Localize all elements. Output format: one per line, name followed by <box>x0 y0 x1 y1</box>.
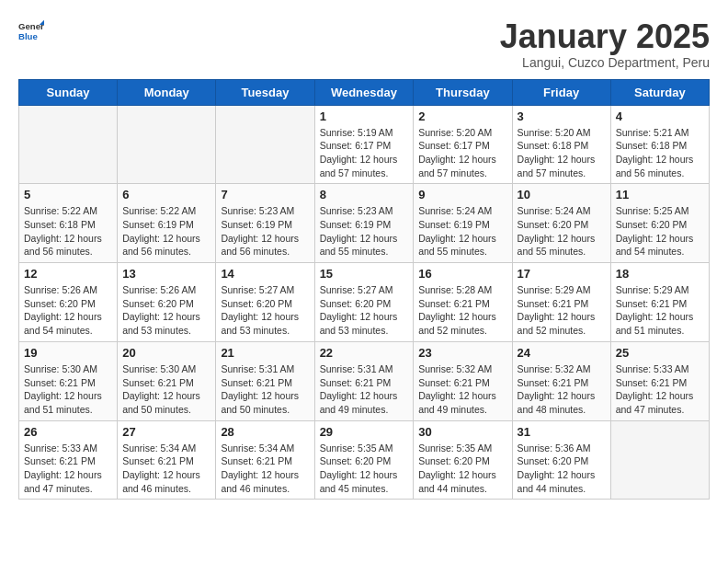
calendar-cell: 2Sunrise: 5:20 AM Sunset: 6:17 PM Daylig… <box>414 105 512 184</box>
day-info: Sunrise: 5:33 AM Sunset: 6:21 PM Dayligh… <box>24 442 112 496</box>
calendar-cell: 18Sunrise: 5:29 AM Sunset: 6:21 PM Dayli… <box>610 263 709 342</box>
calendar-cell: 19Sunrise: 5:30 AM Sunset: 6:21 PM Dayli… <box>19 341 118 420</box>
day-info: Sunrise: 5:20 AM Sunset: 6:17 PM Dayligh… <box>418 126 506 180</box>
day-info: Sunrise: 5:32 AM Sunset: 6:21 PM Dayligh… <box>418 362 506 417</box>
calendar-cell: 8Sunrise: 5:23 AM Sunset: 6:19 PM Daylig… <box>314 184 414 263</box>
calendar-cell: 11Sunrise: 5:25 AM Sunset: 6:20 PM Dayli… <box>610 184 709 263</box>
day-number: 28 <box>221 425 309 439</box>
day-number: 29 <box>320 425 409 439</box>
day-info: Sunrise: 5:30 AM Sunset: 6:21 PM Dayligh… <box>122 362 210 417</box>
day-info: Sunrise: 5:21 AM Sunset: 6:18 PM Dayligh… <box>616 126 704 180</box>
day-number: 11 <box>616 188 704 201</box>
calendar-cell: 13Sunrise: 5:26 AM Sunset: 6:20 PM Dayli… <box>118 263 216 342</box>
weekday-friday: Friday <box>512 79 610 105</box>
calendar-header: SundayMondayTuesdayWednesdayThursdayFrid… <box>19 79 710 105</box>
calendar-cell <box>118 105 216 184</box>
calendar-cell: 31Sunrise: 5:36 AM Sunset: 6:20 PM Dayli… <box>512 420 610 500</box>
calendar-cell: 9Sunrise: 5:24 AM Sunset: 6:19 PM Daylig… <box>414 184 512 263</box>
weekday-sunday: Sunday <box>19 79 118 105</box>
day-number: 12 <box>24 267 112 281</box>
day-info: Sunrise: 5:19 AM Sunset: 6:17 PM Dayligh… <box>320 126 409 180</box>
calendar-cell <box>610 420 709 500</box>
weekday-wednesday: Wednesday <box>314 79 414 105</box>
day-number: 5 <box>24 188 112 201</box>
calendar-cell: 3Sunrise: 5:20 AM Sunset: 6:18 PM Daylig… <box>512 105 610 184</box>
svg-text:Blue: Blue <box>18 31 38 41</box>
day-info: Sunrise: 5:20 AM Sunset: 6:18 PM Dayligh… <box>518 126 606 180</box>
day-number: 18 <box>616 267 704 281</box>
weekday-header-row: SundayMondayTuesdayWednesdayThursdayFrid… <box>19 79 710 105</box>
calendar-cell: 27Sunrise: 5:34 AM Sunset: 6:21 PM Dayli… <box>118 420 216 500</box>
day-info: Sunrise: 5:27 AM Sunset: 6:20 PM Dayligh… <box>221 283 309 338</box>
day-info: Sunrise: 5:23 AM Sunset: 6:19 PM Dayligh… <box>320 204 409 259</box>
day-info: Sunrise: 5:35 AM Sunset: 6:20 PM Dayligh… <box>418 442 506 496</box>
calendar-cell <box>216 105 314 184</box>
calendar-cell: 15Sunrise: 5:27 AM Sunset: 6:20 PM Dayli… <box>314 263 414 342</box>
week-row-4: 19Sunrise: 5:30 AM Sunset: 6:21 PM Dayli… <box>19 341 710 420</box>
day-number: 8 <box>320 188 409 201</box>
title-area: January 2025 Langui, Cuzco Department, P… <box>500 18 710 70</box>
weekday-saturday: Saturday <box>610 79 709 105</box>
day-number: 23 <box>418 346 506 360</box>
day-info: Sunrise: 5:36 AM Sunset: 6:20 PM Dayligh… <box>518 442 606 496</box>
day-info: Sunrise: 5:26 AM Sunset: 6:20 PM Dayligh… <box>24 283 112 338</box>
calendar-cell: 22Sunrise: 5:31 AM Sunset: 6:21 PM Dayli… <box>314 341 414 420</box>
calendar-cell: 1Sunrise: 5:19 AM Sunset: 6:17 PM Daylig… <box>314 105 414 184</box>
calendar-cell: 16Sunrise: 5:28 AM Sunset: 6:21 PM Dayli… <box>414 263 512 342</box>
calendar-cell: 10Sunrise: 5:24 AM Sunset: 6:20 PM Dayli… <box>512 184 610 263</box>
calendar-subtitle: Langui, Cuzco Department, Peru <box>500 55 710 70</box>
day-number: 16 <box>418 267 506 281</box>
logo: General Blue <box>18 18 44 44</box>
calendar-cell: 7Sunrise: 5:23 AM Sunset: 6:19 PM Daylig… <box>216 184 314 263</box>
day-number: 6 <box>122 188 210 201</box>
day-info: Sunrise: 5:32 AM Sunset: 6:21 PM Dayligh… <box>518 362 606 417</box>
week-row-2: 5Sunrise: 5:22 AM Sunset: 6:18 PM Daylig… <box>19 184 710 263</box>
day-info: Sunrise: 5:35 AM Sunset: 6:20 PM Dayligh… <box>320 442 409 496</box>
day-number: 1 <box>320 109 409 123</box>
day-number: 31 <box>518 425 606 439</box>
day-info: Sunrise: 5:29 AM Sunset: 6:21 PM Dayligh… <box>616 283 704 338</box>
day-number: 19 <box>24 346 112 360</box>
week-row-1: 1Sunrise: 5:19 AM Sunset: 6:17 PM Daylig… <box>19 105 710 184</box>
day-info: Sunrise: 5:31 AM Sunset: 6:21 PM Dayligh… <box>320 362 409 417</box>
calendar-cell: 24Sunrise: 5:32 AM Sunset: 6:21 PM Dayli… <box>512 341 610 420</box>
calendar-cell: 23Sunrise: 5:32 AM Sunset: 6:21 PM Dayli… <box>414 341 512 420</box>
week-row-3: 12Sunrise: 5:26 AM Sunset: 6:20 PM Dayli… <box>19 263 710 342</box>
calendar-title: January 2025 <box>500 18 710 55</box>
day-number: 30 <box>418 425 506 439</box>
calendar-cell: 30Sunrise: 5:35 AM Sunset: 6:20 PM Dayli… <box>414 420 512 500</box>
calendar-cell: 25Sunrise: 5:33 AM Sunset: 6:21 PM Dayli… <box>610 341 709 420</box>
day-number: 4 <box>616 109 704 123</box>
logo-icon: General Blue <box>18 18 44 44</box>
day-number: 13 <box>122 267 210 281</box>
calendar-cell: 21Sunrise: 5:31 AM Sunset: 6:21 PM Dayli… <box>216 341 314 420</box>
day-number: 2 <box>418 109 506 123</box>
day-info: Sunrise: 5:26 AM Sunset: 6:20 PM Dayligh… <box>122 283 210 338</box>
day-info: Sunrise: 5:29 AM Sunset: 6:21 PM Dayligh… <box>518 283 606 338</box>
calendar-cell: 28Sunrise: 5:34 AM Sunset: 6:21 PM Dayli… <box>216 420 314 500</box>
day-info: Sunrise: 5:24 AM Sunset: 6:19 PM Dayligh… <box>418 204 506 259</box>
day-number: 22 <box>320 346 409 360</box>
calendar-table: SundayMondayTuesdayWednesdayThursdayFrid… <box>18 79 710 500</box>
calendar-cell: 26Sunrise: 5:33 AM Sunset: 6:21 PM Dayli… <box>19 420 118 500</box>
day-number: 3 <box>518 109 606 123</box>
weekday-tuesday: Tuesday <box>216 79 314 105</box>
day-info: Sunrise: 5:23 AM Sunset: 6:19 PM Dayligh… <box>221 204 309 259</box>
calendar-cell: 20Sunrise: 5:30 AM Sunset: 6:21 PM Dayli… <box>118 341 216 420</box>
day-info: Sunrise: 5:30 AM Sunset: 6:21 PM Dayligh… <box>24 362 112 417</box>
calendar-cell: 17Sunrise: 5:29 AM Sunset: 6:21 PM Dayli… <box>512 263 610 342</box>
calendar-cell: 6Sunrise: 5:22 AM Sunset: 6:19 PM Daylig… <box>118 184 216 263</box>
day-number: 15 <box>320 267 409 281</box>
day-number: 26 <box>24 425 112 439</box>
calendar-cell: 4Sunrise: 5:21 AM Sunset: 6:18 PM Daylig… <box>610 105 709 184</box>
day-number: 20 <box>122 346 210 360</box>
calendar-cell: 12Sunrise: 5:26 AM Sunset: 6:20 PM Dayli… <box>19 263 118 342</box>
calendar-body: 1Sunrise: 5:19 AM Sunset: 6:17 PM Daylig… <box>19 105 710 500</box>
day-info: Sunrise: 5:34 AM Sunset: 6:21 PM Dayligh… <box>221 442 309 496</box>
day-info: Sunrise: 5:33 AM Sunset: 6:21 PM Dayligh… <box>616 362 704 417</box>
day-number: 17 <box>518 267 606 281</box>
day-number: 10 <box>518 188 606 201</box>
calendar-cell: 14Sunrise: 5:27 AM Sunset: 6:20 PM Dayli… <box>216 263 314 342</box>
day-number: 27 <box>122 425 210 439</box>
day-info: Sunrise: 5:31 AM Sunset: 6:21 PM Dayligh… <box>221 362 309 417</box>
